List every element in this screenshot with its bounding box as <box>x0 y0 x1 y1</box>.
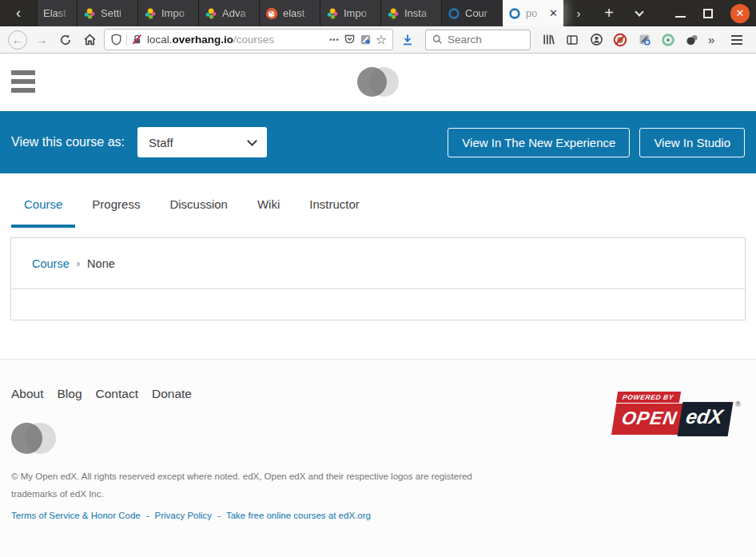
account-button[interactable] <box>585 30 607 50</box>
breadcrumb-separator-icon: › <box>77 257 80 269</box>
site-logo[interactable] <box>357 67 399 97</box>
toolbar-overflow-button[interactable]: » <box>705 33 718 46</box>
library-button[interactable] <box>537 30 559 50</box>
forward-button[interactable]: → <box>30 30 53 50</box>
empty-content-row <box>11 288 745 320</box>
footer-link-donate[interactable]: Donate <box>152 387 192 401</box>
browser-tab[interactable]: Elast <box>37 0 78 26</box>
course-content-box: Course › None <box>10 237 746 320</box>
site-footer: About Blog Contact Donate POWERED BY OPE… <box>0 359 756 557</box>
page-actions-button[interactable]: ••• <box>329 36 339 44</box>
green-ring-extension-icon <box>661 33 675 47</box>
minimize-button[interactable] <box>675 16 686 18</box>
privacy-link[interactable]: Privacy Policy <box>155 511 213 520</box>
duckduckgo-favicon-icon <box>265 7 278 20</box>
maximize-button[interactable] <box>703 9 713 18</box>
powered-by-edx: edX <box>678 402 734 436</box>
home-icon <box>83 33 97 46</box>
browser-tab[interactable]: Setti <box>78 0 138 26</box>
tab-progress[interactable]: Progress <box>79 197 153 228</box>
terms-link[interactable]: Terms of Service & Honor Code <box>11 511 141 520</box>
view-in-studio-button[interactable]: View In Studio <box>639 128 745 157</box>
url-text: local.overhang.io/courses <box>147 34 325 46</box>
browser-tab[interactable]: Impo <box>320 0 381 26</box>
pocket-icon[interactable] <box>344 34 356 46</box>
breadcrumb-course-link[interactable]: Course <box>32 257 70 270</box>
account-icon <box>590 33 603 46</box>
forward-icon: → <box>36 33 48 46</box>
tab-title: elast <box>283 7 314 19</box>
app-menu-button[interactable] <box>726 35 750 45</box>
view-as-banner: View this course as: Staff View In The N… <box>0 111 756 173</box>
window-controls: ✕ <box>675 0 756 26</box>
tab-list-dropdown-button[interactable] <box>624 0 655 26</box>
browser-tab[interactable]: Cour <box>442 0 503 26</box>
openedx-favicon-icon <box>448 7 460 20</box>
spheres-extension-button[interactable] <box>681 30 703 50</box>
back-button[interactable]: ← <box>6 30 29 50</box>
home-button[interactable] <box>78 30 101 50</box>
new-tab-button[interactable]: + <box>594 0 624 26</box>
url-bar[interactable]: local.overhang.io/courses ••• ☆ <box>104 29 393 50</box>
footer-logo <box>11 423 56 454</box>
tab-wiki[interactable]: Wiki <box>245 197 292 228</box>
url-path: /courses <box>233 34 274 46</box>
view-new-experience-button[interactable]: View In The New Experience <box>448 128 630 157</box>
tab-scroll-left-button[interactable]: ‹ <box>0 0 37 26</box>
edx-courses-link[interactable]: Take free online courses at edX.org <box>226 511 371 520</box>
menu-icon <box>731 35 742 37</box>
url-subdomain: local. <box>147 34 173 46</box>
spheres-extension-icon <box>685 33 699 47</box>
sidebar-toggle-button[interactable] <box>561 30 583 50</box>
site-menu-button[interactable] <box>11 70 35 93</box>
footer-link-blog[interactable]: Blog <box>58 387 82 401</box>
browser-tab[interactable]: Adva <box>199 0 260 26</box>
browser-tab[interactable]: elast <box>260 0 320 26</box>
tab-course[interactable]: Course <box>11 197 75 228</box>
notes-extension-icon <box>638 33 651 46</box>
browser-titlebar: ‹ Elast Setti Impo Adva <box>0 0 756 26</box>
powered-by-tag: POWERED BY <box>616 392 681 403</box>
view-as-label: View this course as: <box>11 135 125 149</box>
cluster-favicon-icon <box>144 7 157 20</box>
cluster-favicon-icon <box>205 7 217 20</box>
bookmark-star-icon[interactable]: ☆ <box>376 32 387 47</box>
blocker-extension-button[interactable] <box>609 30 631 50</box>
logo-circle-dark <box>11 423 42 454</box>
tab-title: Insta <box>404 7 436 19</box>
tab-title: Setti <box>101 7 132 19</box>
powered-by-openedx-logo[interactable]: POWERED BY OPEN edX ® <box>614 388 734 436</box>
blocker-extension-icon <box>613 33 627 47</box>
footer-link-contact[interactable]: Contact <box>96 387 138 401</box>
role-select-dropdown[interactable]: Staff <box>137 127 267 157</box>
tracking-shield-icon <box>110 34 122 46</box>
breadcrumb-current: None <box>87 257 115 270</box>
footer-link-about[interactable]: About <box>11 387 44 401</box>
chevron-down-icon <box>635 7 643 16</box>
reload-icon <box>59 34 72 46</box>
cluster-favicon-icon <box>326 7 339 20</box>
tab-instructor[interactable]: Instructor <box>296 197 372 228</box>
tab-discussion[interactable]: Discussion <box>157 197 241 228</box>
downloads-button[interactable] <box>396 30 419 50</box>
cluster-favicon-icon <box>387 7 400 20</box>
tab-close-icon[interactable]: ✕ <box>549 7 558 19</box>
browser-tab-active[interactable]: po ✕ <box>503 0 563 26</box>
close-window-button[interactable]: ✕ <box>730 4 750 23</box>
browser-tab[interactable]: Insta <box>381 0 442 26</box>
search-input[interactable] <box>448 34 511 46</box>
tab-title: Cour <box>465 7 496 19</box>
banner-buttons: View In The New Experience View In Studi… <box>448 128 745 157</box>
back-icon: ← <box>12 33 24 46</box>
search-box[interactable] <box>425 30 531 50</box>
annotate-page-icon[interactable] <box>360 34 372 46</box>
legal-links: Terms of Service & Honor Code - Privacy … <box>11 511 745 520</box>
browser-tab[interactable]: Impo <box>138 0 199 26</box>
tab-scroll-right-button[interactable]: › <box>563 0 594 26</box>
chevron-down-icon <box>247 136 257 146</box>
green-ring-extension-button[interactable] <box>657 30 679 50</box>
reload-button[interactable] <box>54 30 77 50</box>
sidebar-icon <box>566 34 579 46</box>
library-icon <box>542 33 555 46</box>
notes-extension-button[interactable] <box>633 30 655 50</box>
